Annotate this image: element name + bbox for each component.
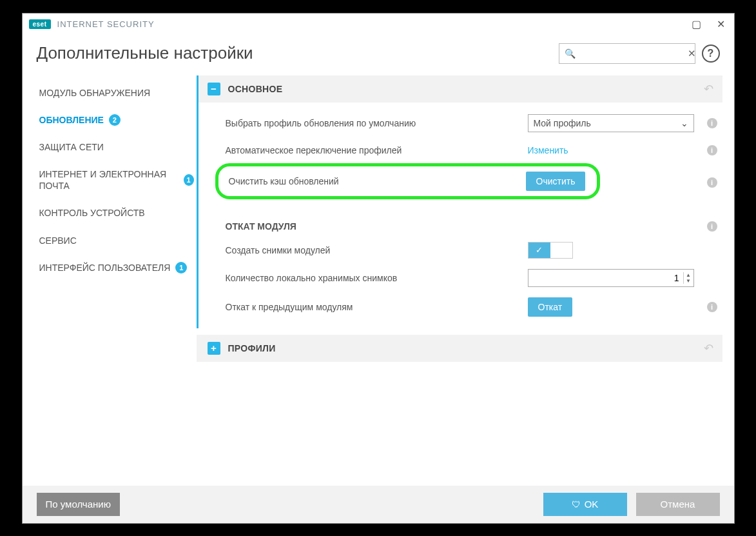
section-title: ОСНОВНОЕ: [228, 84, 283, 94]
sidebar: МОДУЛЬ ОБНАРУЖЕНИЯ ОБНОВЛЕНИЕ2 ЗАЩИТА СЕ…: [23, 75, 197, 486]
sidebar-item-web-email[interactable]: ИНТЕРНЕТ И ЭЛЕКТРОННАЯ ПОЧТА1: [37, 161, 197, 199]
footer: По умолчанию 🛡OK Отмена: [23, 486, 734, 523]
row-clear-cache: Очистить кэш обновлений Очистить: [215, 163, 600, 199]
info-icon[interactable]: i: [707, 302, 717, 312]
content-area: − ОСНОВНОЕ ↶ Выбрать профиль обновления …: [197, 75, 734, 486]
row-default-profile: Выбрать профиль обновления по умолчанию …: [199, 109, 722, 137]
close-button[interactable]: ✕: [715, 18, 728, 30]
row-label: Автоматическое переключение профилей: [226, 145, 528, 155]
select-value: Мой профиль: [534, 118, 591, 128]
info-icon[interactable]: i: [707, 145, 717, 155]
cancel-button[interactable]: Отмена: [636, 493, 720, 516]
sidebar-item-update[interactable]: ОБНОВЛЕНИЕ2: [37, 106, 197, 134]
row-rollback: Откат к предыдущим модулям Откат i: [199, 292, 722, 322]
info-icon[interactable]: i: [707, 118, 717, 128]
profile-select[interactable]: Мой профиль ⌄: [528, 114, 694, 132]
row-create-snapshots: Создать снимки модулей ✓: [199, 237, 722, 264]
sidebar-item-detection[interactable]: МОДУЛЬ ОБНАРУЖЕНИЯ: [37, 79, 197, 106]
change-link[interactable]: Изменить: [528, 145, 568, 155]
ok-label: OK: [585, 499, 599, 510]
sidebar-item-label: КОНТРОЛЬ УСТРОЙСТВ: [39, 207, 145, 219]
row-label: Количество локально хранимых снимков: [226, 273, 528, 283]
chevron-down-icon: ⌄: [681, 118, 688, 128]
badge-icon: 2: [109, 114, 121, 126]
eset-logo: eset: [29, 19, 51, 29]
sidebar-item-label: ИНТЕРНЕТ И ЭЛЕКТРОННАЯ ПОЧТА: [39, 168, 179, 192]
default-button[interactable]: По умолчанию: [37, 493, 120, 516]
sidebar-item-ui[interactable]: ИНТЕРФЕЙС ПОЛЬЗОВАТЕЛЯ1: [37, 254, 197, 281]
spinner-buttons[interactable]: ▲▼: [683, 272, 693, 284]
badge-icon: 1: [184, 174, 194, 186]
sidebar-item-label: ОБНОВЛЕНИЕ: [39, 114, 104, 126]
sidebar-item-device[interactable]: КОНТРОЛЬ УСТРОЙСТВ: [37, 199, 197, 226]
number-field[interactable]: [528, 273, 683, 283]
search-icon: 🔍: [565, 48, 576, 59]
rollback-heading: ОТКАТ МОДУЛЯ i: [199, 210, 722, 237]
app-title: INTERNET SECURITY: [57, 19, 690, 29]
row-auto-switch: Автоматическое переключение профилей Изм…: [199, 137, 722, 163]
section-header-profiles[interactable]: + ПРОФИЛИ ↶: [197, 335, 722, 362]
check-icon: ✓: [528, 243, 550, 258]
expand-icon[interactable]: +: [208, 342, 220, 355]
window-controls: ▢ ✕: [690, 18, 728, 30]
section-profiles: + ПРОФИЛИ ↶: [197, 335, 722, 362]
badge-icon: 1: [175, 262, 187, 273]
page-title: Дополнительные настройки: [37, 43, 559, 63]
section-body-basic: Выбрать профиль обновления по умолчанию …: [197, 103, 722, 328]
search-input[interactable]: [579, 48, 688, 58]
sidebar-item-label: СЕРВИС: [39, 235, 77, 246]
spin-up-icon[interactable]: ▲: [684, 272, 693, 278]
info-icon[interactable]: i: [707, 177, 717, 188]
maximize-button[interactable]: ▢: [690, 18, 703, 30]
sidebar-item-network[interactable]: ЗАЩИТА СЕТИ: [37, 134, 197, 161]
sidebar-item-label: ИНТЕРФЕЙС ПОЛЬЗОВАТЕЛЯ: [39, 262, 171, 273]
clear-cache-button[interactable]: Очистить: [526, 172, 586, 191]
ok-button[interactable]: 🛡OK: [543, 493, 627, 516]
row-clear-cache-info: i: [199, 199, 722, 210]
help-button[interactable]: ?: [702, 45, 720, 63]
title-bar: eset INTERNET SECURITY ▢ ✕: [23, 14, 734, 35]
row-snapshot-count: Количество локально хранимых снимков ▲▼: [199, 264, 722, 292]
subsection-title: ОТКАТ МОДУЛЯ: [226, 221, 702, 232]
collapse-icon[interactable]: −: [208, 83, 220, 95]
info-icon[interactable]: i: [707, 221, 717, 232]
sidebar-item-tools[interactable]: СЕРВИС: [37, 227, 197, 254]
sidebar-item-label: МОДУЛЬ ОБНАРУЖЕНИЯ: [39, 87, 151, 99]
row-label: Очистить кэш обновлений: [229, 176, 526, 186]
revert-icon[interactable]: ↶: [704, 341, 713, 355]
rollback-button[interactable]: Откат: [528, 297, 573, 317]
snapshots-toggle[interactable]: ✓: [528, 242, 573, 259]
snapshot-count-input[interactable]: ▲▼: [528, 269, 694, 287]
clear-search-icon[interactable]: ✕: [688, 48, 696, 59]
header: Дополнительные настройки 🔍 ✕ ?: [23, 35, 734, 75]
spin-down-icon[interactable]: ▼: [684, 278, 693, 284]
search-box[interactable]: 🔍 ✕: [559, 43, 695, 64]
section-header-basic[interactable]: − ОСНОВНОЕ ↶: [197, 75, 722, 103]
section-basic: − ОСНОВНОЕ ↶ Выбрать профиль обновления …: [197, 75, 722, 328]
body: МОДУЛЬ ОБНАРУЖЕНИЯ ОБНОВЛЕНИЕ2 ЗАЩИТА СЕ…: [23, 75, 734, 486]
revert-icon[interactable]: ↶: [704, 82, 713, 96]
settings-window: eset INTERNET SECURITY ▢ ✕ Дополнительны…: [22, 13, 735, 524]
row-label: Выбрать профиль обновления по умолчанию: [226, 118, 528, 128]
row-label: Создать снимки модулей: [226, 245, 528, 255]
sidebar-item-label: ЗАЩИТА СЕТИ: [39, 141, 104, 153]
toggle-off-side: [550, 243, 572, 258]
section-title: ПРОФИЛИ: [228, 343, 276, 353]
shield-icon: 🛡: [572, 499, 581, 510]
row-label: Откат к предыдущим модулям: [226, 302, 528, 312]
